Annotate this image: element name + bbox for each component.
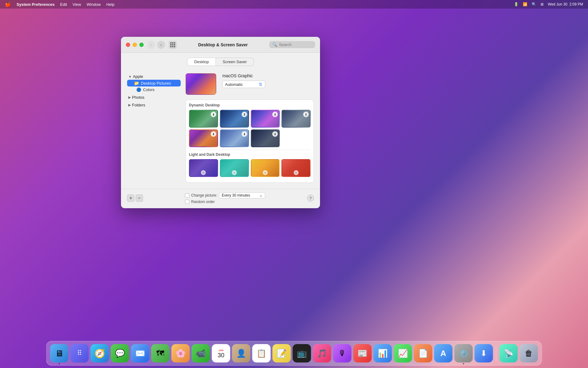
dock-finder[interactable]: 🖥 [50,344,69,362]
dock-numbers[interactable]: 📈 [394,344,412,362]
search-icon[interactable]: 🔍 [532,2,536,6]
grid-view-button[interactable] [169,41,177,49]
maximize-button[interactable] [139,43,144,47]
wifi-icon: 📶 [523,2,527,6]
wallpaper-thumb-1[interactable]: ⬇ [189,110,218,128]
datetime: Wed Jun 30 2:09 PM [548,2,583,6]
dock-reminders[interactable]: 📋 [252,344,271,362]
dock-calendar[interactable]: JUN 30 [212,344,230,362]
remove-button[interactable]: − [136,194,143,202]
download-icon-2[interactable]: ⬇ [242,112,247,117]
main-panel: macOS Graphic Automatic ⇅ Dynamic Deskto… [186,73,314,183]
titlebar: ‹ › Desktop & Screen Saver 🔍 [121,37,320,53]
wallpaper-thumb-8[interactable]: ○ [189,159,218,177]
wallpaper-thumb-5[interactable]: ⬇ [189,129,218,147]
dock-messages[interactable]: 💬 [111,344,129,362]
numbers-icon: 📈 [398,349,408,358]
launchpad-icon: ⠿ [77,349,82,357]
back-button[interactable]: ‹ [147,41,155,49]
sidebar-group-photos: ▶ Photos [127,94,181,101]
news-icon: 📰 [358,349,368,358]
dock-launchpad[interactable]: ⠿ [70,344,89,362]
dock-safari[interactable]: 🧭 [91,344,109,362]
dock-mail[interactable]: ✉️ [131,344,149,362]
sidebar-group-apple-label: Apple [133,74,143,79]
add-button[interactable]: + [127,194,134,202]
close-button[interactable] [126,43,130,47]
dock-airdrop[interactable]: 📡 [499,344,518,362]
search-box[interactable]: 🔍 [269,41,315,48]
tab-desktop[interactable]: Desktop [187,58,216,66]
nav-buttons: ‹ › [147,41,165,49]
dropdown-row: Automatic ⇅ [222,81,314,88]
tab-screensaver[interactable]: Screen Saver [216,58,254,66]
app-name[interactable]: System Preferences [17,2,55,7]
dock-photos[interactable]: 🌸 [172,344,190,362]
dock-appletv[interactable]: 📺 [293,344,311,362]
download-icon-1[interactable]: ⬇ [211,112,216,117]
dock-appstore[interactable]: A [434,344,453,362]
calendar-month: JUN [218,349,223,352]
dock-pages[interactable]: 📄 [414,344,432,362]
dock-music[interactable]: 🎵 [313,344,331,362]
finder-dot [59,363,60,364]
safari-icon: 🧭 [94,348,105,358]
menu-help[interactable]: Help [106,2,115,7]
dropdown-value: Automatic [225,82,243,87]
contacts-icon: 👤 [236,349,246,358]
interval-arrows-icon: ⌄ [259,193,262,197]
dock-sysprefs[interactable]: ⚙️ [454,344,473,362]
menu-window[interactable]: Window [87,2,101,7]
menu-edit[interactable]: Edit [60,2,67,7]
sidebar-item-desktop-pictures[interactable]: 📁 Desktop Pictures [127,80,181,86]
grid-icon [170,42,175,47]
appletv-icon: 📺 [297,349,307,358]
calendar-day: 30 [217,352,224,359]
download-icon-6[interactable]: ⬇ [242,131,247,137]
interval-dropdown[interactable]: Every 30 minutes ⌄ [219,192,265,198]
sidebar: ▼ Apple 📁 Desktop Pictures 🔵 Colors ▶ Ph… [127,73,181,183]
wallpaper-thumb-9[interactable]: ○ [220,159,249,177]
sidebar-group-folders-label: Folders [132,103,145,107]
wallpaper-thumb-11[interactable]: ○ [281,159,311,177]
music-icon: 🎵 [317,349,327,358]
dock-notes[interactable]: 📝 [273,344,291,362]
sidebar-group-apple-header[interactable]: ▼ Apple [127,73,181,80]
dock-news[interactable]: 📰 [353,344,372,362]
wallpaper-thumb-10[interactable]: ○ [251,159,280,177]
dock-keynote[interactable]: 📊 [374,344,392,362]
download-icon-4[interactable]: ⬇ [303,112,309,117]
sidebar-group-folders-header[interactable]: ▶ Folders [127,102,181,108]
apple-menu[interactable]: 🍎 [5,2,11,7]
minimize-button[interactable] [133,43,137,47]
wallpaper-thumb-2[interactable]: ⬇ [220,110,249,128]
dock-contacts[interactable]: 👤 [232,344,251,362]
wallpaper-thumb-6[interactable]: ⬇ [220,129,249,147]
automatic-dropdown[interactable]: Automatic ⇅ [222,81,265,88]
wallpaper-thumb-4[interactable]: ⬇ [281,110,311,128]
wallpaper-preview [186,73,216,95]
menu-view[interactable]: View [73,2,81,7]
control-center-icon[interactable]: ⊞ [541,2,544,6]
dock-facetime[interactable]: 📹 [192,344,210,362]
forward-button[interactable]: › [157,41,165,49]
dropdown-arrows-icon: ⇅ [259,82,262,87]
sidebar-item-colors[interactable]: 🔵 Colors [127,86,181,93]
download-icon-7[interactable]: ⬇ [272,131,278,137]
sidebar-group-folders: ▶ Folders [127,102,181,108]
dock-trash[interactable]: 🗑 [520,344,538,362]
download-icon-3[interactable]: ⬇ [272,112,278,117]
dock-podcasts[interactable]: 🎙 [333,344,352,362]
sidebar-group-photos-header[interactable]: ▶ Photos [127,94,181,101]
help-button[interactable]: ? [307,195,314,201]
change-picture-checkbox[interactable] [185,193,189,197]
wallpaper-thumb-7[interactable]: ⬇ [251,129,280,147]
dock-maps[interactable]: 🗺 [151,344,170,362]
light-dark-grid: ○ ○ ○ ○ [189,159,311,177]
dock-transloader[interactable]: ⬇ [475,344,493,362]
search-input[interactable] [279,42,312,47]
change-picture-row: Change picture: Every 30 minutes ⌄ [185,192,265,198]
download-icon-5[interactable]: ⬇ [211,131,216,137]
random-order-checkbox[interactable] [185,200,189,204]
wallpaper-thumb-3[interactable]: ⬇ [251,110,280,128]
